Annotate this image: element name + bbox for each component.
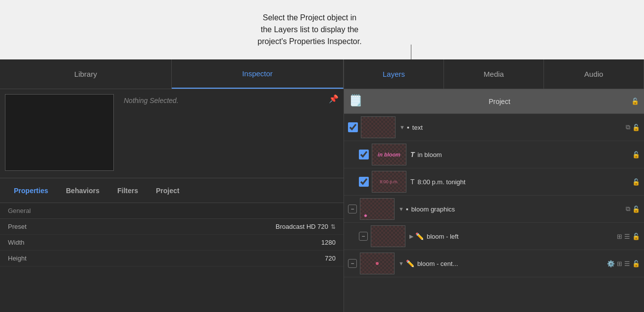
- tab-audio[interactable]: Audio: [544, 59, 644, 89]
- in-bloom-text-icon: T: [410, 151, 415, 158]
- text-group-expand-icon[interactable]: ▼: [399, 124, 405, 130]
- bloom-graphics-name: bloom graphics: [411, 206, 626, 213]
- tab-inspector[interactable]: Inspector: [172, 59, 344, 89]
- bloom-left-stack-icon: ⊞: [617, 233, 622, 240]
- prop-value-preset[interactable]: Broadcast HD 720 ⇅: [67, 223, 336, 230]
- time-actions: 🔓: [632, 178, 640, 186]
- preview-area: Nothing Selected. 📌: [0, 89, 344, 178]
- text-group-name: text: [412, 124, 626, 131]
- left-tab-bar: Library Inspector: [0, 59, 344, 89]
- time-thumb: 8:00 p.m.: [372, 171, 406, 193]
- prop-row-width: Width 1280: [0, 235, 344, 251]
- tooltip-line2: the Layers list to display the: [257, 24, 361, 36]
- tooltip-line1: Select the Project object in: [257, 12, 361, 24]
- layer-row-project[interactable]: 🗒️ Project 🔓: [344, 89, 644, 114]
- text-group-actions: ⧉ 🔓: [626, 123, 640, 131]
- properties-content: General Preset Broadcast HD 720 ⇅ Width …: [0, 203, 344, 312]
- layer-row-time[interactable]: 8:00 p.m. T 8:00 p.m. tonight 🔓: [344, 168, 644, 196]
- prop-row-height: Height 720: [0, 251, 344, 266]
- tab-library[interactable]: Library: [0, 59, 172, 89]
- project-lock-icon[interactable]: 🔓: [631, 98, 639, 105]
- bloom-cent-stack-icon: ⊞: [617, 260, 622, 267]
- time-name: 8:00 p.m. tonight: [418, 178, 632, 186]
- tooltip-callout: Select the Project object in the Layers …: [0, 0, 644, 59]
- right-panel: Layers Media Audio 🗒️ Project 🔓: [344, 59, 644, 312]
- bloom-graphics-actions: ⧉ 🔓: [626, 205, 640, 213]
- sub-tab-bar: Properties Behaviors Filters Project: [0, 178, 344, 203]
- subtab-properties[interactable]: Properties: [5, 183, 57, 199]
- text-group-layer-icon: ▪: [407, 123, 409, 131]
- prop-label-preset: Preset: [8, 223, 67, 230]
- tooltip-line3: project's Properties Inspector.: [257, 36, 361, 48]
- bloom-graphics-layer-icon: ▪: [406, 205, 408, 213]
- bloom-cent-minus[interactable]: −: [348, 259, 357, 268]
- bloom-cent-layer-icon: ✏️: [406, 260, 414, 267]
- time-text-icon: T: [410, 178, 415, 186]
- text-group-thumb: [361, 116, 396, 138]
- left-panel: Library Inspector Nothing Selected. 📌 Pr…: [0, 59, 344, 312]
- prop-row-preset: Preset Broadcast HD 720 ⇅: [0, 219, 344, 235]
- pin-icon[interactable]: 📌: [329, 94, 339, 104]
- bloom-cent-gear-icon[interactable]: ⚙️: [607, 260, 615, 267]
- bloom-graphics-lock-icon[interactable]: 🔓: [632, 206, 640, 213]
- time-lock-icon[interactable]: 🔓: [632, 178, 640, 186]
- text-group-lock-icon[interactable]: 🔓: [632, 124, 640, 131]
- stepper-icon-preset[interactable]: ⇅: [331, 223, 336, 230]
- project-name-label: Project: [368, 98, 631, 105]
- layer-row-text-group[interactable]: ▼ ▪ text ⧉ 🔓: [344, 114, 644, 141]
- bloom-cent-lines-icon: ☰: [624, 260, 630, 267]
- layer-row-bloom-graphics[interactable]: − ▼ ▪ bloom graphics ⧉ 🔓: [344, 196, 644, 223]
- bloom-cent-expand-icon[interactable]: ▼: [398, 260, 404, 266]
- text-group-multi-icon: ⧉: [626, 123, 630, 131]
- subtab-behaviors[interactable]: Behaviors: [57, 183, 108, 199]
- layers-list: 🗒️ Project 🔓 ▼ ▪ text ⧉ 🔓: [344, 89, 644, 312]
- project-doc-icon: 🗒️: [349, 94, 362, 106]
- in-bloom-actions: 🔓: [632, 151, 640, 158]
- main-ui: Library Inspector Nothing Selected. 📌 Pr…: [0, 59, 644, 312]
- bloom-left-thumb: [371, 225, 405, 247]
- prop-label-width: Width: [8, 239, 67, 246]
- bloom-cent-lock-icon[interactable]: 🔓: [632, 260, 640, 267]
- in-bloom-checkbox[interactable]: [359, 150, 369, 159]
- nothing-selected-label: Nothing Selected.: [119, 94, 324, 107]
- layer-row-bloom-left[interactable]: − ▶ ✏️ bloom - left ⊞ ☰ 🔓: [344, 223, 644, 250]
- bloom-left-lock-icon[interactable]: 🔓: [632, 233, 640, 240]
- prop-label-height: Height: [8, 255, 67, 262]
- project-thumb: 🗒️: [349, 94, 364, 109]
- bloom-cent-thumb: [360, 253, 395, 274]
- prop-value-height[interactable]: 720: [67, 255, 336, 262]
- layer-row-bloom-cent[interactable]: − ▼ ✏️ bloom - cent... ⚙️ ⊞ ☰ 🔓: [344, 250, 644, 277]
- time-checkbox[interactable]: [359, 177, 369, 187]
- right-tab-bar: Layers Media Audio: [344, 59, 644, 89]
- text-group-checkbox[interactable]: [348, 122, 358, 132]
- bloom-cent-actions: ⚙️ ⊞ ☰ 🔓: [607, 260, 640, 267]
- bloom-cent-name: bloom - cent...: [417, 260, 607, 267]
- bloom-left-actions: ⊞ ☰ 🔓: [617, 233, 640, 240]
- subtab-filters[interactable]: Filters: [108, 183, 147, 199]
- tab-layers[interactable]: Layers: [344, 59, 444, 89]
- bloom-left-lines-icon: ☰: [624, 233, 630, 240]
- prop-section-general: General: [0, 203, 344, 219]
- subtab-project[interactable]: Project: [147, 183, 188, 199]
- in-bloom-name: in bloom: [418, 151, 632, 158]
- bloom-left-expand-icon[interactable]: ▶: [409, 233, 413, 240]
- in-bloom-thumb: in bloom: [372, 144, 406, 165]
- bloom-graphics-minus[interactable]: −: [348, 205, 357, 213]
- bloom-graphics-expand-icon[interactable]: ▼: [398, 206, 404, 212]
- bloom-left-layer-icon: ✏️: [415, 232, 424, 240]
- layer-row-in-bloom[interactable]: in bloom T in bloom 🔓: [344, 141, 644, 168]
- in-bloom-lock-icon[interactable]: 🔓: [632, 151, 640, 158]
- bloom-graphics-thumb: [360, 198, 395, 220]
- prop-value-width[interactable]: 1280: [67, 239, 336, 246]
- bloom-graphics-multi-icon: ⧉: [626, 205, 630, 213]
- bloom-left-name: bloom - left: [427, 233, 617, 240]
- bloom-left-minus[interactable]: −: [359, 232, 368, 241]
- preview-canvas: [5, 94, 114, 171]
- tab-media[interactable]: Media: [444, 59, 544, 89]
